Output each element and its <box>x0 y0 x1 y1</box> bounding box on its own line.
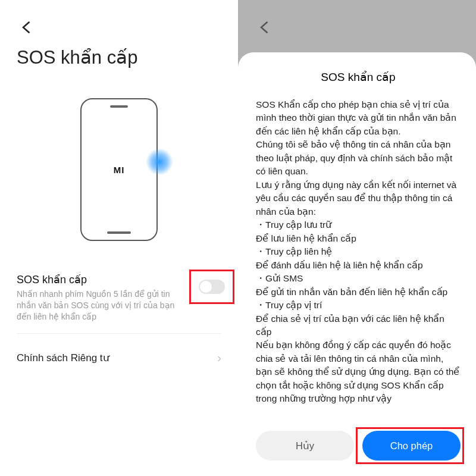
back-button[interactable] <box>19 19 36 38</box>
privacy-policy-row[interactable]: Chính sách Riêng tư › <box>17 351 221 365</box>
chevron-right-icon: › <box>217 351 221 365</box>
sheet-title: SOS khẩn cấp <box>256 70 461 84</box>
cancel-button[interactable]: Hủy <box>256 431 354 461</box>
arrow-left-icon <box>257 19 274 36</box>
privacy-label: Chính sách Riêng tư <box>17 352 109 364</box>
divider <box>17 333 221 334</box>
page-title: SOS khẩn cấp <box>17 46 137 68</box>
sos-description: Nhấn nhanh phím Nguồn 5 lần để gửi tin n… <box>17 289 189 322</box>
phone-brand-label: MI <box>114 165 125 175</box>
arrow-left-icon <box>19 19 36 36</box>
sos-toggle[interactable] <box>199 280 225 294</box>
power-button-highlight <box>146 148 173 176</box>
allow-highlight <box>356 427 464 464</box>
bottom-sheet: SOS khẩn cấp SOS Khẩn cấp cho phép bạn c… <box>238 52 476 476</box>
back-button[interactable] <box>257 19 274 38</box>
settings-screen: SOS khẩn cấp MI SOS khẩn cấp Nhấn nhanh … <box>0 0 238 476</box>
sheet-body: SOS Khẩn cấp cho phép bạn chia sẻ vị trí… <box>256 98 461 421</box>
phone-illustration: MI <box>0 89 238 250</box>
permission-dialog-screen: SOS khẩn cấp SOS Khẩn cấp cho phép bạn c… <box>238 0 476 476</box>
